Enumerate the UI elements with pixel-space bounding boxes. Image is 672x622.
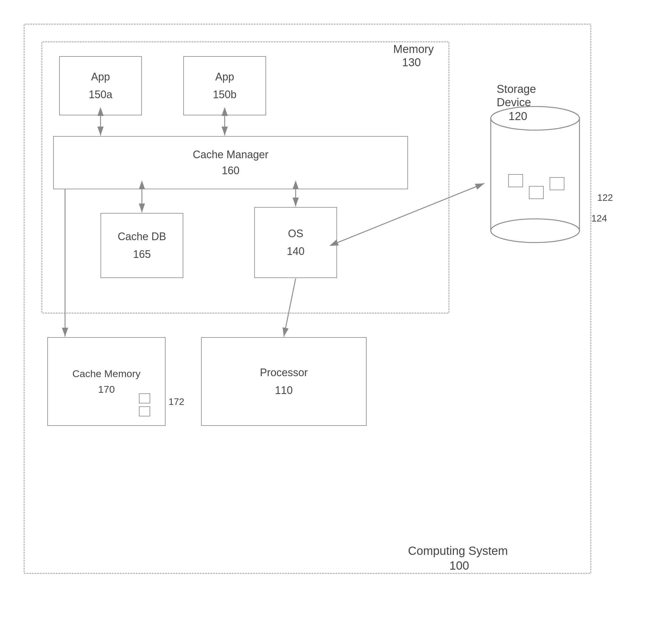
processor-box: Processor 110 <box>201 337 366 426</box>
storage-device-label1: Storage <box>497 83 536 96</box>
storage-device-label2: Device <box>497 96 531 109</box>
cache-manager-box: Cache Manager 160 <box>53 136 408 189</box>
memory-label: Memory <box>393 43 434 56</box>
cache-db-label1: Cache DB <box>118 231 166 243</box>
app-150a-label2: 150a <box>89 89 112 101</box>
cache-memory-label1: Cache Memory <box>72 368 141 379</box>
os-label1: OS <box>288 228 303 240</box>
storage-chip-label-124: 124 <box>591 213 607 224</box>
cache-db-label2: 165 <box>133 248 151 261</box>
svg-rect-3 <box>508 174 523 187</box>
app-150b-box: App 150b <box>183 56 266 115</box>
app-150a-label1: App <box>91 71 110 83</box>
computing-system-number: 100 <box>449 559 469 572</box>
svg-point-1 <box>491 106 579 130</box>
os-box: OS 140 <box>254 207 337 278</box>
processor-label2: 110 <box>275 384 293 396</box>
computing-system-label: Computing System <box>408 544 508 557</box>
app-150a-box: App 150a <box>59 56 142 115</box>
cache-db-box: Cache DB 165 <box>101 213 183 278</box>
svg-rect-4 <box>529 186 543 199</box>
svg-rect-0 <box>491 118 579 231</box>
memory-number: 130 <box>402 56 421 69</box>
cache-memory-chip1 <box>139 393 150 404</box>
cache-memory-chip-label: 172 <box>169 396 184 407</box>
os-label2: 140 <box>287 245 305 257</box>
app-150b-label2: 150b <box>213 89 237 101</box>
svg-rect-5 <box>550 177 564 190</box>
cache-manager-label1: Cache Manager <box>193 148 269 161</box>
diagram-container: Computing System 100 Memory 130 App 150a… <box>24 24 644 597</box>
processor-label1: Processor <box>260 367 308 379</box>
cache-manager-label2: 160 <box>222 165 240 177</box>
storage-device-svg <box>485 101 591 254</box>
svg-point-2 <box>491 219 579 243</box>
storage-device-label3: 120 <box>508 110 527 123</box>
cache-memory-label2: 170 <box>98 384 115 395</box>
storage-chip-label-122: 122 <box>597 192 613 203</box>
cache-memory-chip2 <box>139 406 150 416</box>
app-150b-label1: App <box>215 71 234 83</box>
